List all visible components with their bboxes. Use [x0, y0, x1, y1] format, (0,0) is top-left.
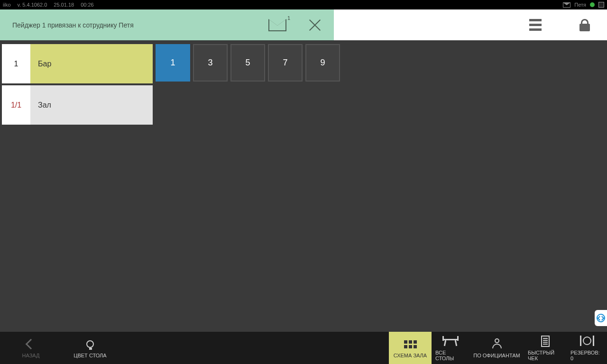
scheme-label: СХЕМА ЗАЛА — [394, 353, 427, 358]
mail-icon[interactable]: 1 — [268, 19, 286, 31]
by-waiter-label: ПО ОФИЦИАНТАМ — [473, 353, 520, 358]
teamviewer-icon[interactable] — [595, 310, 607, 326]
spacer — [119, 332, 389, 364]
quick-label: БЫСТРЫЙ ЧЕК — [528, 350, 563, 361]
back-button[interactable]: НАЗАД — [0, 332, 62, 364]
table-color-button[interactable]: ЦВЕТ СТОЛА — [62, 332, 119, 364]
status-time: 00:26 — [81, 2, 94, 8]
grid-icon — [404, 340, 417, 348]
room-count: 1/1 — [2, 85, 30, 125]
mail-mini-icon[interactable] — [563, 2, 570, 8]
table-button[interactable]: 1 — [156, 44, 190, 82]
table-list: 1 3 5 7 9 — [156, 44, 340, 125]
notification-text: Пейджер 1 привязан к сотруднику Петя — [12, 21, 134, 29]
reserves-label: РЕЗЕРВОВ: 0 — [570, 350, 603, 361]
table-button[interactable]: 7 — [268, 44, 303, 82]
chevron-left-icon — [26, 339, 37, 350]
by-waiter-button[interactable]: ПО ОФИЦИАНТАМ — [469, 332, 524, 364]
room-list: 1 Бар 1/1 Зал — [2, 44, 153, 125]
header-right — [334, 9, 607, 40]
menu-icon[interactable] — [529, 19, 542, 31]
status-bar: iiko v. 5.4.1062.0 25.01.18 00:26 Петя — [0, 0, 607, 9]
content-area: 1 Бар 1/1 Зал 1 3 5 7 9 — [0, 40, 607, 125]
back-label: НАЗАД — [22, 353, 40, 358]
mail-badge: 1 — [287, 15, 290, 21]
quick-check-button[interactable]: БЫСТРЫЙ ЧЕК — [524, 332, 567, 364]
maximize-icon[interactable] — [598, 2, 604, 8]
receipt-icon — [541, 336, 550, 347]
app-name: iiko — [3, 2, 11, 8]
table-button[interactable]: 9 — [305, 44, 340, 82]
lock-icon[interactable] — [579, 19, 590, 31]
reserves-button[interactable]: РЕЗЕРВОВ: 0 — [567, 332, 607, 364]
status-date: 25.01.18 — [54, 2, 74, 8]
header-row: Пейджер 1 привязан к сотруднику Петя 1 — [0, 9, 607, 40]
waiter-icon — [492, 338, 502, 350]
room-item-hall[interactable]: 1/1 Зал — [2, 85, 153, 125]
room-count: 1 — [2, 44, 30, 83]
floor-plan-button[interactable]: СХЕМА ЗАЛА — [389, 332, 432, 364]
bottom-bar: НАЗАД ЦВЕТ СТОЛА СХЕМА ЗАЛА ВСЕ СТОЛЫ ПО… — [0, 332, 607, 364]
app-version: v. 5.4.1062.0 — [18, 2, 47, 8]
all-tables-button[interactable]: ВСЕ СТОЛЫ — [432, 332, 469, 364]
notification-banner: Пейджер 1 привязан к сотруднику Петя 1 — [0, 9, 334, 40]
color-label: ЦВЕТ СТОЛА — [74, 353, 106, 358]
all-tables-label: ВСЕ СТОЛЫ — [435, 350, 466, 361]
status-user: Петя — [574, 2, 586, 8]
room-name: Бар — [30, 44, 153, 83]
bulb-icon — [86, 340, 94, 348]
close-icon[interactable] — [308, 18, 322, 32]
room-name: Зал — [30, 85, 153, 125]
table-button[interactable]: 3 — [193, 44, 228, 82]
status-online-icon — [590, 2, 595, 7]
table-button[interactable]: 5 — [230, 44, 265, 82]
room-item-bar[interactable]: 1 Бар — [2, 44, 153, 83]
plate-icon — [580, 336, 594, 347]
table-icon — [442, 336, 459, 346]
